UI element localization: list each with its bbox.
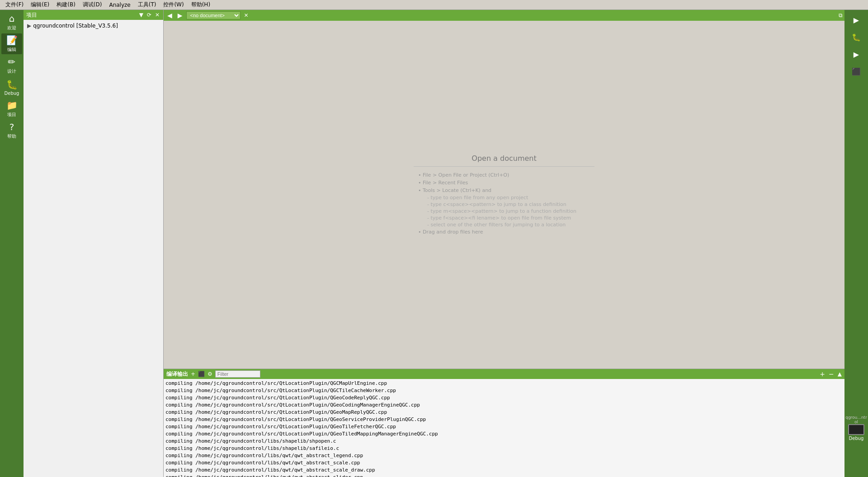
doc-selector[interactable]: <no document>	[186, 11, 241, 19]
sidebar-btn-design[interactable]: ✏ 设计	[1, 55, 22, 76]
project-close-icon[interactable]: ✕	[154, 12, 160, 18]
sidebar-label-design: 设计	[7, 68, 16, 75]
stop-btn[interactable]: ⬛	[846, 63, 867, 80]
project-filter-icon[interactable]: ▼	[138, 12, 144, 18]
left-sidebar: ⌂ 欢迎 📝 编辑 ✏ 设计 🐛 Debug 📁 项目 ? 帮助	[0, 10, 24, 477]
build-output-line: compiling /home/jc/qgroundcontrol/libs/q…	[165, 474, 843, 477]
tree-item-root[interactable]: ▶ qgroundcontrol [Stable_V3.5.6]	[25, 22, 161, 30]
build-panel-minimize-btn[interactable]: ▲	[838, 371, 842, 377]
build-output-line: compiling /home/jc/qgroundcontrol/src/Qt…	[165, 409, 843, 416]
sidebar-btn-projects[interactable]: 📁 项目	[1, 98, 22, 119]
build-filter-input[interactable]	[215, 370, 260, 378]
menu-tools[interactable]: 工具(T)	[134, 0, 160, 9]
project-panel: 项目 ▼ ⟳ ✕ ▶ qgroundcontrol [Stable_V3.5.6…	[24, 10, 164, 477]
device-name-label: qgrou...ntrol	[844, 415, 868, 424]
sidebar-btn-edit[interactable]: 📝 编辑	[1, 33, 22, 54]
build-output-line: compiling /home/jc/qgroundcontrol/libs/q…	[165, 459, 843, 467]
design-icon: ✏	[8, 56, 16, 67]
hint-sub-3: - type f<space><fi lename> to open file …	[418, 215, 590, 221]
build-output-line: compiling /home/jc/qgroundcontrol/src/Qt…	[165, 430, 843, 438]
menu-analyze[interactable]: Analyze	[105, 1, 134, 9]
device-label: Debug	[849, 436, 864, 441]
editor-area: Open a document • File > Open File or Pr…	[164, 21, 844, 369]
build-panel: 编译输出 + ⬛ ⚙ + − ▲ compiling /home/jc/qgro…	[164, 369, 844, 477]
sidebar-label-welcome: 欢迎	[7, 25, 16, 31]
project-sync-icon[interactable]: ⟳	[146, 12, 152, 18]
content-area: ◀ ▶ <no document> ✕ ⧉ Open a document • …	[164, 10, 844, 477]
build-output-line: compiling /home/jc/qgroundcontrol/libs/q…	[165, 452, 843, 459]
debug-run-btn[interactable]: 🐛	[846, 29, 867, 45]
sidebar-btn-help[interactable]: ? 帮助	[1, 120, 22, 141]
menu-controls[interactable]: 控件(W)	[160, 0, 187, 9]
hint-line-1: • File > Recent Files	[418, 180, 590, 186]
build-output-line: compiling /home/jc/qgroundcontrol/src/Qt…	[165, 394, 843, 402]
run2-btn[interactable]: ▶	[846, 46, 867, 62]
hint-sub-1: - type c<space><pattern> to jump to a cl…	[418, 201, 590, 207]
project-header-icons: ▼ ⟳ ✕	[138, 12, 160, 18]
tree-item-label: qgroundcontrol [Stable_V3.5.6]	[33, 23, 118, 29]
build-output: compiling /home/jc/qgroundcontrol/src/Qt…	[164, 379, 844, 477]
doc-toolbar: ◀ ▶ <no document> ✕ ⧉	[164, 10, 844, 21]
build-output-line: compiling /home/jc/qgroundcontrol/src/Qt…	[165, 380, 843, 387]
device-display: qgrou...ntrol Debug	[844, 415, 868, 441]
build-output-line: compiling /home/jc/qgroundcontrol/libs/s…	[165, 445, 843, 452]
doc-nav-back-btn[interactable]: ◀	[165, 12, 174, 19]
device-screen	[848, 424, 864, 435]
help-icon: ?	[9, 122, 14, 132]
stop-icon: ⬛	[852, 67, 861, 76]
project-panel-title: 项目	[26, 11, 37, 19]
build-output-line: compiling /home/jc/qgroundcontrol/src/Qt…	[165, 387, 843, 394]
build-settings-icon[interactable]: ⚙	[208, 371, 212, 377]
build-output-line: compiling /home/jc/qgroundcontrol/libs/q…	[165, 467, 843, 474]
run-btn[interactable]: ▶	[846, 12, 867, 28]
hint-line-2: • Tools > Locate (Ctrl+K) and	[418, 187, 590, 193]
build-panel-add-icon[interactable]: +	[191, 371, 195, 377]
debug-run-icon: 🐛	[852, 33, 861, 42]
sidebar-btn-debug[interactable]: 🐛 Debug	[1, 77, 22, 98]
doc-nav-fwd-btn[interactable]: ▶	[176, 12, 184, 19]
open-document-title: Open a document	[414, 154, 594, 167]
project-tree: ▶ qgroundcontrol [Stable_V3.5.6]	[24, 20, 163, 477]
project-icon: 📁	[6, 100, 18, 111]
right-sidebar: ▶ 🐛 ▶ ⬛ qgrou...ntrol Debug	[844, 10, 868, 477]
hint-sub-4: - select one of the other filters for ju…	[418, 222, 590, 228]
build-output-line: compiling /home/jc/qgroundcontrol/src/Qt…	[165, 402, 843, 409]
main-layout: ⌂ 欢迎 📝 编辑 ✏ 设计 🐛 Debug 📁 项目 ? 帮助 项目 ▼	[0, 10, 868, 477]
doc-close-btn[interactable]: ✕	[242, 12, 250, 19]
build-output-line: compiling /home/jc/qgroundcontrol/libs/s…	[165, 438, 843, 445]
build-panel-title: 编译输出	[166, 370, 188, 378]
sidebar-label-project: 项目	[7, 112, 16, 118]
build-output-line: compiling /home/jc/qgroundcontrol/src/Qt…	[165, 423, 843, 430]
menubar: 文件(F) 编辑(E) 构建(B) 调试(D) Analyze 工具(T) 控件…	[0, 0, 868, 10]
menu-help[interactable]: 帮助(H)	[188, 0, 214, 9]
build-panel-header: 编译输出 + ⬛ ⚙ + − ▲	[164, 369, 844, 379]
doc-expand-btn[interactable]: ⧉	[839, 12, 843, 19]
build-stop-icon[interactable]: ⬛	[198, 371, 205, 377]
welcome-icon: ⌂	[9, 13, 15, 24]
edit-icon: 📝	[6, 35, 18, 46]
hint-line-0: • File > Open File or Project (Ctrl+O)	[418, 172, 590, 178]
build-remove-btn[interactable]: −	[828, 370, 835, 378]
hint-sub-0: - type to open file from any open projec…	[418, 195, 590, 201]
build-add-btn[interactable]: +	[819, 370, 826, 378]
menu-debug[interactable]: 调试(D)	[79, 0, 106, 9]
build-output-line: compiling /home/jc/qgroundcontrol/src/Qt…	[165, 416, 843, 423]
menu-edit[interactable]: 编辑(E)	[27, 0, 53, 9]
hint-sub-2: - type m<space><pattern> to jump to a fu…	[418, 208, 590, 214]
project-panel-header: 项目 ▼ ⟳ ✕	[24, 10, 163, 20]
build-panel-btn-group: + −	[819, 370, 835, 378]
run-icon: ▶	[854, 16, 859, 24]
run2-icon: ▶	[854, 50, 859, 59]
tree-arrow-icon: ▶	[27, 23, 31, 29]
hint-line-3: • Drag and drop files here	[418, 229, 590, 235]
sidebar-label-help: 帮助	[7, 133, 16, 140]
sidebar-btn-welcome[interactable]: ⌂ 欢迎	[1, 12, 22, 33]
sidebar-label-debug: Debug	[5, 91, 19, 96]
open-document-hint: Open a document • File > Open File or Pr…	[414, 154, 594, 236]
menu-file[interactable]: 文件(F)	[2, 0, 27, 9]
debug-sidebar-icon: 🐛	[6, 79, 18, 90]
sidebar-label-edit: 编辑	[7, 47, 16, 53]
menu-build[interactable]: 构建(B)	[53, 0, 79, 9]
